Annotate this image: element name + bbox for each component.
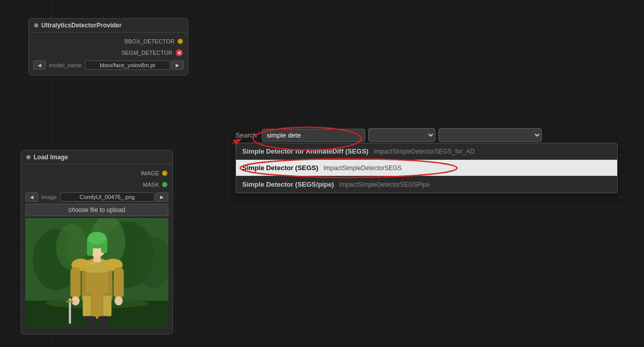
bbox-detector-row: BBOX_DETECTOR (29, 36, 188, 47)
preview-svg (25, 218, 168, 327)
search-label: Search (235, 131, 257, 139)
svg-rect-32 (98, 316, 109, 326)
load-image-title: Load Image (34, 154, 68, 161)
search-result-segs-pipe[interactable]: Simple Detector (SEGS/pipe) ImpactSimple… (236, 176, 617, 193)
search-input[interactable] (262, 129, 365, 142)
svg-rect-11 (86, 273, 108, 293)
search-result-animatediff[interactable]: Simple Detector for AnimateDiff (SEGS) I… (236, 143, 617, 160)
bbox-detector-label: BBOX_DETECTOR (124, 38, 175, 44)
category-dropdown[interactable] (368, 128, 435, 142)
image-output-row: IMAGE (21, 168, 172, 179)
ultralytics-node-header: UltralyticsDetectorProvider (29, 19, 188, 33)
segm-detector-connector: ✕ (176, 49, 183, 56)
anime-background (25, 218, 168, 327)
svg-point-19 (99, 245, 103, 248)
svg-point-24 (71, 296, 80, 306)
svg-rect-28 (83, 296, 91, 316)
image-preview (25, 218, 168, 327)
segm-detector-label: SEGM_DETECTOR (121, 50, 172, 56)
search-result-segs[interactable]: Simple Detector (SEGS) ImpactSimpleDetec… (236, 160, 617, 176)
subcategory-dropdown[interactable] (438, 128, 542, 142)
svg-rect-27 (66, 301, 73, 303)
svg-point-18 (91, 245, 96, 248)
search-bar: Search (235, 128, 618, 142)
model-field-label: model_name (47, 62, 84, 68)
svg-rect-30 (91, 293, 103, 319)
load-image-header: Load Image (21, 150, 172, 164)
upload-button[interactable]: choose file to upload (25, 204, 168, 216)
search-overlay: Search Simple Detector for AnimateDiff (… (235, 128, 618, 193)
image-value: ComfyUI_00476_.png (60, 192, 154, 202)
mask-output-row: MASK (21, 179, 172, 190)
svg-point-17 (88, 232, 106, 245)
bbox-detector-connector (178, 39, 183, 44)
mask-output-label: MASK (143, 182, 159, 188)
result-segs-pipe-name: Simple Detector (SEGS/pipe) (242, 180, 334, 188)
svg-rect-22 (70, 267, 81, 298)
mask-output-connector (162, 182, 167, 187)
svg-point-25 (115, 296, 123, 306)
image-output-label: IMAGE (141, 170, 159, 176)
load-image-node: Load Image IMAGE MASK ◄ image ComfyUI_00… (21, 150, 173, 335)
image-prev-btn[interactable]: ◄ (25, 192, 38, 202)
svg-rect-29 (103, 296, 112, 316)
segm-detector-row: SEGM_DETECTOR ✕ (29, 47, 188, 58)
image-field-label: image (39, 194, 59, 200)
ultralytics-node-title: UltralyticsDetectorProvider (41, 22, 121, 29)
model-name-widget: ◄ model_name bbox/face_yolov8m.pt ► (33, 61, 184, 70)
search-results: Simple Detector for AnimateDiff (SEGS) I… (235, 143, 618, 193)
model-next-btn[interactable]: ► (171, 61, 184, 70)
result-segs-id: ImpactSimpleDetectorSEGS (323, 164, 401, 172)
ultralytics-node-body: BBOX_DETECTOR SEGM_DETECTOR ✕ ◄ model_na… (29, 33, 188, 75)
result-segs-name: Simple Detector (SEGS) (242, 164, 318, 172)
image-output-connector (162, 171, 167, 176)
image-next-btn[interactable]: ► (155, 192, 168, 202)
load-image-body: IMAGE MASK ◄ image ComfyUI_00476_.png ► … (21, 164, 172, 334)
ultralytics-node: UltralyticsDetectorProvider BBOX_DETECTO… (28, 18, 189, 76)
result-segs-pipe-id: ImpactSimpleDetectorSEGSPipe (339, 181, 430, 188)
image-widget: ◄ image ComfyUI_00476_.png ► (25, 192, 168, 202)
result-animatediff-name: Simple Detector for AnimateDiff (SEGS) (242, 147, 368, 155)
load-image-dot (26, 155, 30, 159)
model-value: bbox/face_yolov8m.pt (85, 61, 170, 70)
model-prev-btn[interactable]: ◄ (33, 61, 46, 70)
ultralytics-node-dot (34, 23, 38, 27)
svg-rect-31 (85, 316, 96, 326)
result-animatediff-id: ImpactSimpleDetectorSEGS_for_AD (373, 148, 474, 155)
svg-rect-23 (114, 267, 124, 298)
